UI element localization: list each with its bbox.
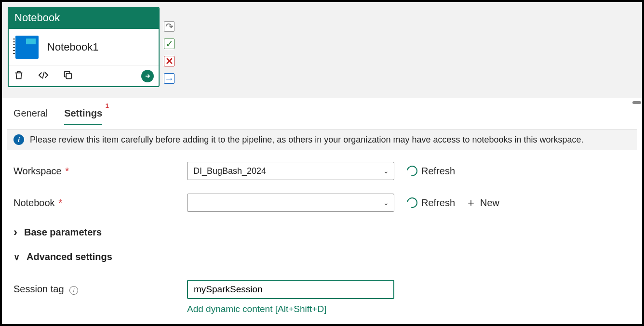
copy-icon[interactable] <box>63 70 73 82</box>
base-parameters-expander[interactable]: Base parameters <box>13 225 102 239</box>
notebook-icon <box>15 36 39 59</box>
proceed-icon[interactable] <box>141 70 154 82</box>
refresh-icon <box>405 164 420 179</box>
activity-name: Notebook1 <box>47 41 98 53</box>
info-icon[interactable]: i <box>69 286 78 295</box>
workspace-label: Workspace * <box>13 166 187 177</box>
notebook-select[interactable]: ⌄ <box>187 194 394 212</box>
delete-icon[interactable] <box>13 70 24 82</box>
workspace-refresh-button[interactable]: Refresh <box>407 166 455 177</box>
notebook-refresh-button[interactable]: Refresh <box>407 197 455 209</box>
add-dynamic-content-link[interactable]: Add dynamic content [Alt+Shift+D] <box>187 304 394 314</box>
workspace-value: DI_BugBash_2024 <box>193 166 266 176</box>
notebook-activity-card[interactable]: Notebook Notebook1 <box>8 7 160 87</box>
pipeline-canvas[interactable]: Notebook Notebook1 <box>2 2 642 98</box>
workspace-select[interactable]: DI_BugBash_2024 ⌄ <box>187 162 394 180</box>
plus-icon: ＋ <box>466 197 476 208</box>
info-icon: i <box>13 134 24 145</box>
properties-panel: General Settings 1 i Please review this … <box>2 98 642 326</box>
svg-rect-0 <box>66 73 71 78</box>
failure-icon[interactable]: ✕ <box>164 56 174 66</box>
skip-icon[interactable]: → <box>164 73 174 84</box>
activity-header: Notebook <box>9 8 159 29</box>
success-icon[interactable]: ✓ <box>164 39 174 49</box>
notebook-new-button[interactable]: ＋ New <box>466 197 499 209</box>
info-bar: i Please review this item carefully befo… <box>7 129 637 150</box>
tab-general[interactable]: General <box>13 108 48 125</box>
code-icon[interactable] <box>38 70 49 82</box>
redo-icon[interactable]: ↷ <box>164 21 174 32</box>
chevron-down-icon: ⌄ <box>383 167 389 175</box>
chevron-down-icon <box>13 251 20 262</box>
advanced-settings-expander[interactable]: Advanced settings <box>13 251 112 262</box>
refresh-icon <box>405 196 420 210</box>
chevron-right-icon <box>13 225 17 239</box>
tab-settings[interactable]: Settings 1 <box>64 108 102 125</box>
tab-settings-badge: 1 <box>106 102 109 109</box>
info-message: Please review this item carefully before… <box>30 135 584 145</box>
session-tag-label: Session tag i <box>13 280 187 295</box>
tab-settings-label: Settings <box>64 108 102 118</box>
chevron-down-icon: ⌄ <box>383 199 389 207</box>
notebook-label: Notebook * <box>13 197 187 209</box>
session-tag-input[interactable] <box>187 280 394 299</box>
